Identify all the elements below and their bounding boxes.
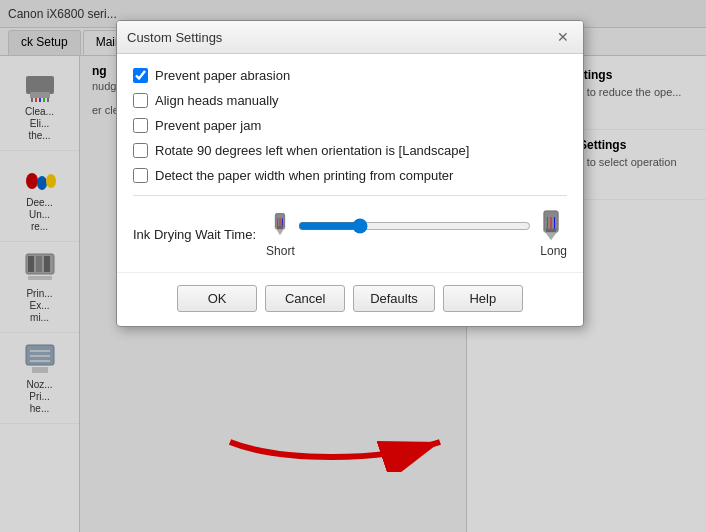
checkbox-row-1: Prevent paper abrasion <box>133 68 567 83</box>
ink-drying-slider[interactable] <box>298 218 531 234</box>
prevent-paper-abrasion-checkbox[interactable] <box>133 68 148 83</box>
help-button[interactable]: Help <box>443 285 523 312</box>
detect-paper-width-label[interactable]: Detect the paper width when printing fro… <box>155 168 453 183</box>
dialog-titlebar: Custom Settings ✕ <box>117 21 583 54</box>
dialog-footer: OK Cancel Defaults Help <box>117 272 583 326</box>
prevent-paper-abrasion-label[interactable]: Prevent paper abrasion <box>155 68 290 83</box>
custom-settings-dialog: Custom Settings ✕ Prevent paper abrasion… <box>116 20 584 327</box>
ink-drop-small-icon <box>266 212 294 240</box>
align-heads-label[interactable]: Align heads manually <box>155 93 279 108</box>
slider-container: Short Long <box>266 210 567 258</box>
checkbox-row-3: Prevent paper jam <box>133 118 567 133</box>
ink-drying-section: Ink Drying Wait Time: <box>133 210 567 258</box>
slider-label-short: Short <box>266 244 295 258</box>
ink-drop-large-icon <box>535 210 567 242</box>
ink-drying-label: Ink Drying Wait Time: <box>133 227 256 242</box>
dialog-body: Prevent paper abrasion Align heads manua… <box>117 54 583 272</box>
slider-icons-row <box>266 210 567 242</box>
checkbox-row-4: Rotate 90 degrees left when orientation … <box>133 143 567 158</box>
slider-labels: Short Long <box>266 244 567 258</box>
cancel-button[interactable]: Cancel <box>265 285 345 312</box>
prevent-paper-jam-label[interactable]: Prevent paper jam <box>155 118 261 133</box>
prevent-paper-jam-checkbox[interactable] <box>133 118 148 133</box>
slider-track-wrapper <box>298 218 531 234</box>
checkbox-row-2: Align heads manually <box>133 93 567 108</box>
dialog-title: Custom Settings <box>127 30 222 45</box>
defaults-button[interactable]: Defaults <box>353 285 435 312</box>
slider-label-long: Long <box>540 244 567 258</box>
svg-rect-30 <box>277 226 283 229</box>
detect-paper-width-checkbox[interactable] <box>133 168 148 183</box>
svg-rect-36 <box>546 229 557 233</box>
align-heads-checkbox[interactable] <box>133 93 148 108</box>
checkbox-row-5: Detect the paper width when printing fro… <box>133 168 567 183</box>
ok-button[interactable]: OK <box>177 285 257 312</box>
rotate-90-label[interactable]: Rotate 90 degrees left when orientation … <box>155 143 469 158</box>
dialog-close-button[interactable]: ✕ <box>553 27 573 47</box>
divider <box>133 195 567 196</box>
rotate-90-checkbox[interactable] <box>133 143 148 158</box>
